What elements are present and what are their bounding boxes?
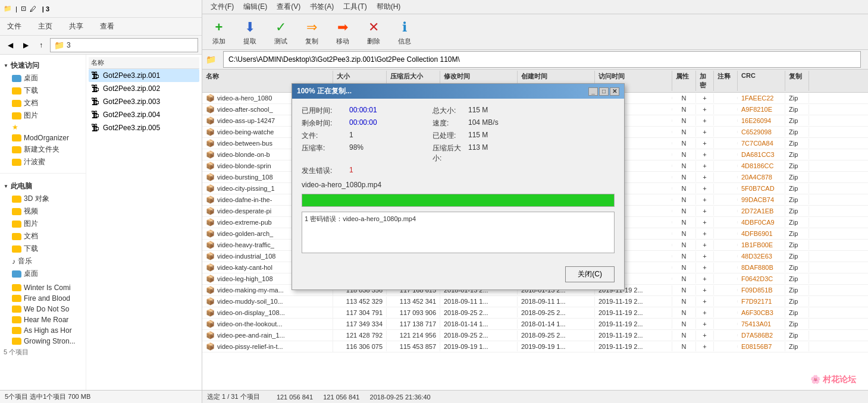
file-item-004[interactable]: 🗜 Got2Pee3.zip.004	[89, 108, 199, 121]
ribbon-home[interactable]: 主页	[36, 20, 55, 33]
file-attr: N	[672, 308, 696, 317]
col-name-header[interactable]: 名称	[91, 58, 197, 67]
status-text: 5个项目 选中1个项目 700 MB	[5, 392, 90, 401]
col-header-attr[interactable]: 属性	[672, 71, 696, 91]
sidebar-item-pictures[interactable]: 图片	[0, 109, 86, 122]
sidebar-item-downloads[interactable]: 下载	[0, 84, 86, 97]
sidebar-item-label: 3D 对象	[24, 194, 49, 204]
extract-tool[interactable]: ⬇ 提取	[237, 18, 263, 46]
copy-tool[interactable]: ⇒ 复制	[299, 18, 325, 46]
sidebar-item-winter[interactable]: Winter Is Comi	[0, 282, 86, 293]
sidebar-item-dl2[interactable]: 下载	[0, 243, 86, 255]
ribbon-share[interactable]: 共享	[67, 20, 86, 33]
sidebar-item-as-high[interactable]: As High as Hor	[0, 325, 86, 336]
computer-header[interactable]: ▼ 此电脑	[0, 180, 86, 193]
menu-bookmark[interactable]: 书签(A)	[305, 1, 339, 13]
sidebar-item-zhibo[interactable]: 汁波蜜	[0, 156, 86, 168]
up-button[interactable]: ↑	[35, 39, 48, 52]
elapsed-row: 已用时间: 00:00:01 总大小: 115 M	[302, 106, 615, 116]
file-attr: N	[672, 105, 696, 114]
sidebar-item-fire[interactable]: Fire and Blood	[0, 293, 86, 304]
menu-view[interactable]: 查看(V)	[272, 1, 305, 13]
zip-icon: 🗜	[91, 71, 99, 80]
sidebar-item-desktop[interactable]: 桌面	[0, 72, 86, 84]
menu-tools[interactable]: 工具(T)	[339, 1, 371, 13]
folder-icon	[12, 327, 21, 334]
forward-button[interactable]: ▶	[19, 39, 32, 52]
file-item-005[interactable]: 🗜 Got2Pee3.zip.005	[89, 121, 199, 134]
maximize-button[interactable]: □	[599, 87, 609, 96]
menu-edit[interactable]: 编辑(E)	[239, 1, 272, 13]
list-item[interactable]: 📦 video-on-display_108... 117 304 791 11…	[202, 307, 868, 319]
folder-icon	[12, 233, 21, 240]
address-bar[interactable]: 📁 3	[50, 38, 198, 52]
file-attr: N	[672, 285, 696, 295]
close-dialog-button[interactable]: ✕	[610, 87, 619, 96]
minimize-button[interactable]: _	[588, 87, 598, 96]
file-attr: N	[672, 218, 696, 227]
sidebar-item-newfolder[interactable]: 新建文件夹	[0, 143, 86, 156]
col-header-crc[interactable]: CRC	[738, 71, 785, 91]
file-type-icon: 📦	[206, 342, 215, 351]
sidebar-item-pictures2[interactable]: 图片	[0, 218, 86, 230]
delete-tool[interactable]: ✕ 删除	[361, 18, 387, 46]
add-tool[interactable]: + 添加	[206, 18, 232, 46]
file-name: video-blonde-on-b	[217, 151, 270, 158]
list-item[interactable]: 📦 video-on-the-lookout... 117 349 334 11…	[202, 319, 868, 330]
col-header-enc[interactable]: 加密	[696, 71, 714, 91]
file-note	[714, 108, 738, 111]
items-count: 5 个项目	[0, 347, 86, 358]
ribbon-file[interactable]: 文件	[5, 20, 24, 33]
move-tool[interactable]: ➡ 移动	[330, 18, 356, 46]
file-name: video-muddy-soil_10...	[217, 298, 283, 305]
file-created: 2018-09-25 2...	[518, 308, 595, 317]
sidebar-item-hear-me-roar[interactable]: Hear Me Roar	[0, 314, 86, 325]
sidebar-item-star[interactable]: ★	[0, 122, 86, 133]
file-compressed: 115 453 857	[387, 342, 440, 351]
sidebar-item-label: We Do Not So	[24, 305, 69, 313]
file-item-002[interactable]: 🗜 Got2Pee3.zip.002	[89, 82, 199, 95]
close-button[interactable]: 关闭(C)	[565, 266, 615, 282]
file-name: video-leg-high_108	[217, 275, 273, 282]
sidebar-item-growing[interactable]: Growing Stron...	[0, 336, 86, 347]
test-tool[interactable]: ✓ 测试	[268, 18, 294, 46]
sidebar-item-modorganizer[interactable]: ModOrganizer	[0, 133, 86, 143]
winrar-status-left: 选定 1 / 31 个项目	[207, 392, 260, 401]
file-enc: +	[696, 240, 714, 250]
col-header-ratio[interactable]: 复制	[785, 71, 809, 91]
file-note	[714, 244, 738, 246]
col-header-note[interactable]: 注释	[714, 71, 738, 91]
info-tool[interactable]: ℹ 信息	[391, 18, 418, 46]
menu-file[interactable]: 文件(F)	[206, 1, 239, 13]
file-name: Got2Pee3.zip.005	[103, 124, 160, 132]
sidebar-item-docs2[interactable]: 文档	[0, 230, 86, 243]
file-name: video-between-bus	[217, 140, 272, 147]
file-crc: 4DBF0CA9	[738, 218, 785, 227]
file-crc: F0642D3C	[738, 274, 785, 284]
sidebar-item-music[interactable]: ♪ 音乐	[0, 255, 86, 267]
folder-icon	[12, 146, 21, 153]
file-created: 2018-09-11 1...	[518, 297, 595, 306]
sidebar-item-desktop2[interactable]: 桌面	[0, 267, 86, 280]
sidebar-item-we-do-not[interactable]: We Do Not So	[0, 304, 86, 314]
file-note	[714, 232, 738, 235]
file-crc: 4D8186CC	[738, 161, 785, 171]
dialog-titlebar: 100% 正在复制... _ □ ✕	[292, 84, 624, 99]
back-button[interactable]: ◀	[4, 39, 17, 52]
sidebar-item-3dobjects[interactable]: 3D 对象	[0, 193, 86, 205]
ribbon-view[interactable]: 查看	[98, 20, 117, 33]
winrar-address[interactable]: C:\Users\ADMIN\Desktop\3\Got2Pee3.zip.00…	[223, 51, 861, 68]
file-crc: C6529098	[738, 127, 785, 137]
sidebar-item-videos[interactable]: 视频	[0, 205, 86, 218]
list-item[interactable]: 📦 video-muddy-soil_10... 113 452 329 113…	[202, 296, 868, 307]
file-crc: 75413A01	[738, 319, 785, 329]
quick-access-header[interactable]: ▼ 快速访问	[0, 59, 86, 72]
list-item[interactable]: 📦 video-pee-and-rain_1... 121 428 792 12…	[202, 330, 868, 341]
file-item-003[interactable]: 🗜 Got2Pee3.zip.003	[89, 95, 199, 108]
sidebar-item-documents[interactable]: 文档	[0, 97, 86, 109]
winrar-status-datetime: 2018-09-25 21:36:40	[370, 393, 431, 401]
menu-help[interactable]: 帮助(H)	[372, 1, 406, 13]
list-item[interactable]: 📦 video-pissy-relief-in-t... 116 306 075…	[202, 341, 868, 352]
file-type-icon: 📦	[206, 184, 215, 193]
file-item-001[interactable]: 🗜 Got2Pee3.zip.001	[89, 69, 199, 82]
